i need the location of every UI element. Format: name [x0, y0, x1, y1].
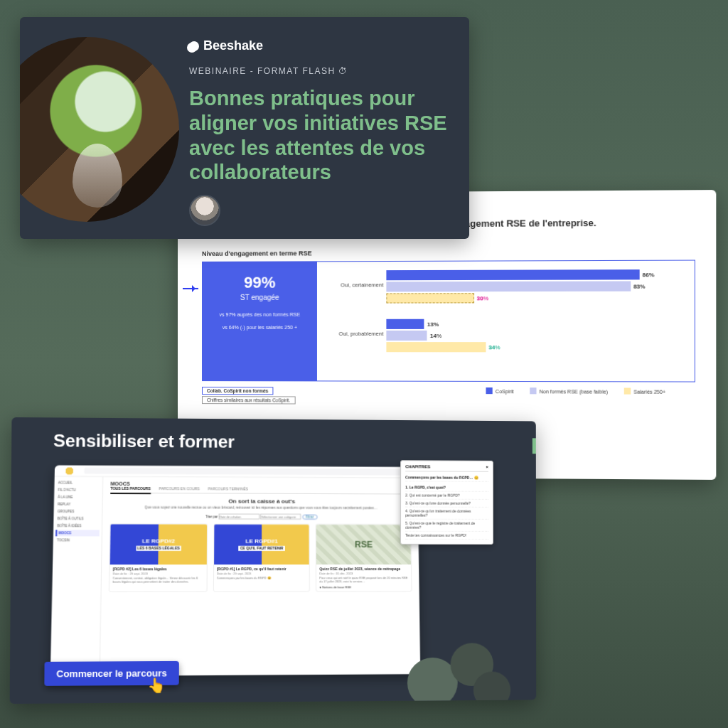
close-icon[interactable]: × — [486, 465, 488, 469]
card-date: Date de fin : 31 déc. 2023 — [319, 572, 408, 575]
sidebar-item[interactable]: BOÎTE À OUTILS — [55, 515, 100, 522]
legend-salaries: Salariés 250+ — [624, 388, 665, 395]
chart-row-label-1: Oui, certainement — [327, 282, 383, 288]
card-image-sub: LES 6 BASES LÉGALES — [136, 545, 181, 550]
card-bullet: ● Notions de base RSE — [319, 585, 408, 589]
sort-select[interactable] — [219, 513, 259, 519]
highlight-arrow-icon — [183, 288, 198, 289]
mooc-card[interactable]: LE RGPD#2LES 6 BASES LÉGALES [RGPD #2] L… — [109, 523, 208, 592]
chapters-lead: Commençons par les bases du RGPD… 😊 — [405, 473, 488, 482]
decorative-circles — [407, 636, 522, 704]
callout-sub1: vs 97% auprès des non formés RSE — [210, 311, 310, 318]
chart-callout-box: 99% ST engagée vs 97% auprès des non for… — [203, 262, 317, 380]
footnote-box-1: Collab. CoSpirit non formés — [202, 387, 273, 395]
search-input[interactable] — [84, 468, 402, 476]
sidebar-nav: ACCUEIL FIL D'ACTU À LA UNE REPLAY GROUP… — [50, 476, 104, 676]
sidebar-item[interactable]: TOCSIN — [55, 537, 100, 543]
chart-row-label-2: Oui, probablement — [327, 331, 383, 337]
tab-all[interactable]: TOUS LES PARCOURS — [110, 486, 151, 494]
chart-legend: CoSpirit Non formés RSE (base faible) Sa… — [486, 387, 695, 395]
card-date: Date de fin : 29 sept. 2023 — [113, 572, 204, 575]
sidebar-item[interactable]: ACCUEIL — [57, 480, 100, 486]
chart-footnote: Collab. CoSpirit non formés Chiffres sim… — [202, 387, 295, 404]
presenter-avatar — [189, 195, 220, 226]
tab-done[interactable]: PARCOURS TERMINÉS — [208, 486, 248, 491]
legend-cospirit: CoSpirit — [486, 387, 514, 394]
filter-bar: Trier par Filtrer — [110, 513, 412, 520]
chapter-item[interactable]: 3. Qu'est-ce qu'une donnée personnelle? — [405, 499, 488, 507]
callout-percent: 99% — [210, 273, 310, 291]
sidebar-item[interactable]: À LA UNE — [56, 494, 100, 500]
card-desc: Pour ceux qui ont raté le quizz RSE prop… — [319, 576, 408, 583]
accent-bar — [532, 438, 536, 454]
bar-value: 14 — [430, 332, 437, 338]
card-title: [RGPD #1] Le RGPD, ce qu'il faut retenir — [217, 567, 306, 571]
chart-container: 99% ST engagée vs 97% auprès des non for… — [202, 260, 695, 382]
sidebar-item[interactable]: REPLAY — [56, 501, 100, 508]
card-image-title: LE RGPD#1 — [245, 537, 278, 544]
footnote-box-2: Chiffres similaires aux résultats CoSpir… — [202, 396, 295, 404]
chapter-item[interactable]: 4. Qu'est-ce qu'un traitement de données… — [405, 508, 488, 520]
app-screenshot-moocs: ⚙ ACCUEIL FIL D'ACTU À LA UNE REPLAY GRO… — [50, 465, 421, 676]
webinar-tag: WEBINAIRE - FORMAT FLASH ⏱ — [189, 66, 452, 76]
tabs: TOUS LES PARCOURS PARCOURS EN COURS PARC… — [110, 486, 411, 495]
bar-value: 13 — [427, 321, 434, 327]
chart-title: Niveau d'engagement en terme RSE — [202, 248, 695, 257]
card-image-title: RSE — [355, 540, 373, 550]
chapter-item[interactable]: 5. Qu'est-ce que le registre de traiteme… — [405, 520, 488, 532]
card-date: Date de fin : 29 sept. 2023 — [217, 572, 306, 575]
chapters-header: CHAPITRES — [405, 464, 430, 469]
app-logo-icon — [60, 466, 78, 475]
category-select[interactable] — [260, 514, 301, 520]
card-image-title: LE RGPD#2 — [142, 537, 175, 544]
card-title: Quizz RSE de juillet 2023, séance de rat… — [319, 567, 408, 571]
tab-progress[interactable]: PARCOURS EN COURS — [159, 486, 199, 491]
filter-button[interactable]: Filtrer — [302, 514, 318, 519]
brand-logo-text: Beeshake — [189, 38, 452, 53]
card-title: [RGPD #2] Les 6 bases légales — [113, 567, 204, 571]
webinar-title: Bonnes pratiques pour aligner vos initia… — [189, 86, 452, 185]
slide-sensibiliser-former: Sensibiliser et former ⚙ ACCUEIL FIL D'A… — [10, 417, 537, 704]
callout-label: ST engagée — [210, 294, 310, 301]
card-desc: Consentement, contrat, obligation légale… — [112, 576, 203, 583]
slide-webinar-title: Beeshake WEBINAIRE - FORMAT FLASH ⏱ Bonn… — [20, 17, 469, 239]
bar-value: 34 — [488, 344, 495, 350]
main-subheading: Que vous soyez une nouvelle recrue ou un… — [110, 505, 411, 510]
sidebar-item[interactable]: GROUPES — [56, 508, 100, 515]
cursor-hand-icon: 👆 — [147, 676, 166, 694]
filter-label: Trier par — [205, 515, 218, 518]
card-desc: Commençons par les bases du RGPD 😊 — [217, 576, 306, 579]
main-heading: On sort la caisse à out's — [110, 498, 411, 505]
mooc-card[interactable]: LE RGPD#1CE QU'IL FAUT RETENIR [RGPD #1]… — [213, 524, 311, 592]
legend-non-formes: Non formés RSE (base faible) — [530, 387, 608, 394]
bar-value: 83 — [633, 283, 640, 289]
slide3-title: Sensibiliser et former — [53, 431, 235, 452]
chapter-item[interactable]: 1. Le RGPD, c'est quoi? — [405, 483, 488, 491]
hero-image-lightbulb-plant — [20, 37, 179, 222]
bar-value: 30 — [477, 295, 483, 301]
sidebar-item[interactable]: FIL D'ACTU — [56, 487, 100, 493]
chapters-popup: CHAPITRES× Commençons par les bases du R… — [400, 460, 493, 545]
chapter-item[interactable]: Teste tes connaissances sur le RGPD! — [405, 532, 488, 540]
chapter-item[interactable]: 2. Qui est concerné par le RGPD? — [405, 491, 488, 499]
sidebar-item-active[interactable]: MOOCS — [55, 530, 100, 536]
bar-value: 86 — [643, 272, 649, 278]
callout-sub2: vs 64% (-) pour les salariés 250 + — [210, 324, 310, 331]
mooc-card[interactable]: RSE Quizz RSE de juillet 2023, séance de… — [316, 524, 412, 592]
card-image-sub: CE QU'IL FAUT RETENIR — [239, 545, 285, 550]
sidebar-item[interactable]: BOÎTE À IDÉES — [55, 523, 100, 529]
